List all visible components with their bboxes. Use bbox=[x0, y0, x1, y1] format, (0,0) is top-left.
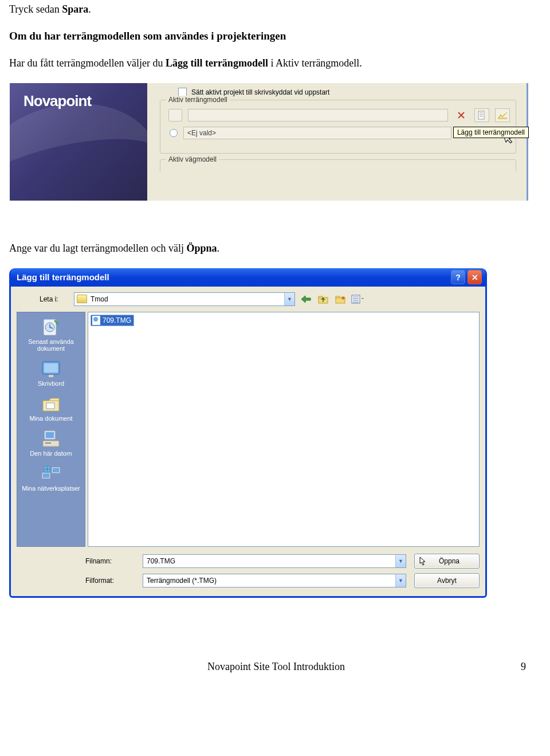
open-button[interactable]: Öppna bbox=[414, 554, 480, 569]
svg-rect-5 bbox=[336, 296, 340, 298]
text-bold: Spara bbox=[62, 3, 88, 15]
open-file-dialog: Lägg till terrängmodell ? ✕ Leta i: Tmod… bbox=[9, 268, 487, 598]
network-places-icon bbox=[41, 464, 61, 484]
novapoint-sidebar: Novapoint bbox=[10, 83, 147, 201]
page-number: 9 bbox=[521, 661, 526, 673]
place-recent[interactable]: Senast använda dokument bbox=[17, 315, 85, 357]
place-label: Mina dokument bbox=[29, 415, 72, 422]
fileformat-value: Terrängmodell (*.TMG) bbox=[147, 577, 217, 585]
place-label: Senast använda dokument bbox=[19, 338, 82, 352]
add-terrain-model-button[interactable] bbox=[495, 108, 510, 122]
fileformat-combo[interactable]: Terrängmodell (*.TMG) ▼ bbox=[143, 574, 406, 587]
place-label: Skrivbord bbox=[38, 380, 64, 387]
page-footer: Novapoint Site Tool Introduktion 9 bbox=[9, 661, 543, 673]
recent-documents-icon bbox=[41, 318, 61, 337]
tooltip-add-terrain: Lägg till terrängmodell bbox=[453, 127, 529, 138]
text: . bbox=[88, 3, 91, 15]
text: Ange var du lagt terrängmodellen och väl… bbox=[9, 242, 186, 254]
cancel-button-label: Avbryt bbox=[437, 577, 457, 585]
paragraph-open: Ange var du lagt terrängmodellen och väl… bbox=[9, 241, 543, 255]
terrain-not-selected-field[interactable]: <Ej vald> bbox=[183, 127, 451, 139]
svg-rect-11 bbox=[49, 375, 53, 377]
svg-rect-20 bbox=[53, 468, 59, 472]
cursor-icon bbox=[419, 557, 426, 566]
up-one-level-icon[interactable] bbox=[317, 293, 329, 305]
place-desktop[interactable]: Skrivbord bbox=[17, 357, 85, 391]
svg-rect-14 bbox=[46, 432, 54, 438]
heading-terrain-model: Om du har terrängmodellen som användes i… bbox=[9, 29, 543, 44]
paragraph-choose-add: Har du fått terrängmodellen väljer du Lä… bbox=[9, 56, 543, 70]
look-in-value: Tmod bbox=[91, 295, 281, 303]
svg-rect-1 bbox=[498, 117, 507, 119]
text: Har du fått terrängmodellen väljer du bbox=[9, 57, 166, 69]
list-item[interactable]: 709.TMG bbox=[91, 315, 134, 326]
group-title: Aktiv terrängmodell bbox=[166, 96, 230, 104]
my-documents-icon bbox=[41, 394, 61, 414]
terrain-model-field[interactable] bbox=[188, 109, 448, 122]
list-item-label: 709.TMG bbox=[103, 316, 131, 324]
place-mydocuments[interactable]: Mina dokument bbox=[17, 391, 85, 426]
view-menu-icon[interactable] bbox=[351, 293, 364, 305]
fileformat-label: Filformat: bbox=[85, 577, 143, 585]
chevron-down-icon[interactable]: ▼ bbox=[395, 574, 406, 587]
place-mycomputer[interactable]: Den här datorn bbox=[17, 426, 85, 461]
text-bold: Lägg till terrängmodell bbox=[166, 57, 268, 69]
look-in-label: Leta i: bbox=[40, 295, 69, 303]
chevron-down-icon[interactable]: ▼ bbox=[284, 293, 294, 305]
titlebar-help-button[interactable]: ? bbox=[451, 270, 465, 284]
terrain-not-selected-label: <Ej vald> bbox=[187, 129, 216, 137]
dialog-titlebar[interactable]: Lägg till terrängmodell ? ✕ bbox=[11, 268, 485, 287]
dialog-title: Lägg till terrängmodell bbox=[17, 272, 109, 282]
group-active-road-model: Aktiv vägmodell bbox=[160, 159, 516, 171]
back-icon[interactable] bbox=[300, 293, 312, 305]
folder-icon bbox=[77, 295, 87, 303]
chevron-down-icon[interactable]: ▼ bbox=[395, 555, 406, 567]
new-folder-icon[interactable] bbox=[334, 293, 347, 305]
filename-label: Filnamn: bbox=[85, 557, 143, 565]
svg-rect-12 bbox=[46, 403, 54, 409]
group2-title: Aktiv vägmodell bbox=[166, 155, 219, 163]
place-label: Den här datorn bbox=[30, 450, 72, 457]
open-button-label: Öppna bbox=[434, 557, 459, 565]
terrain-layers-icon bbox=[168, 109, 182, 122]
paragraph-press-save: Tryck sedan Spara. bbox=[9, 2, 543, 16]
svg-rect-3 bbox=[319, 296, 323, 298]
svg-rect-18 bbox=[43, 473, 49, 478]
filename-value: 709.TMG bbox=[147, 557, 175, 565]
place-network[interactable]: Mina nätverksplatser bbox=[17, 461, 85, 496]
look-in-combo[interactable]: Tmod ▼ bbox=[74, 292, 295, 306]
svg-rect-16 bbox=[45, 442, 51, 444]
cancel-button[interactable]: Avbryt bbox=[414, 573, 480, 588]
terrain-radio[interactable] bbox=[170, 129, 178, 137]
delete-icon[interactable] bbox=[454, 108, 469, 122]
my-computer-icon bbox=[41, 429, 61, 449]
file-icon[interactable] bbox=[474, 108, 489, 122]
text: Tryck sedan bbox=[9, 3, 62, 15]
places-bar: Senast använda dokument Skrivbord Mina d… bbox=[17, 312, 85, 547]
file-icon bbox=[92, 316, 100, 325]
desktop-icon bbox=[41, 359, 61, 379]
titlebar-close-button[interactable]: ✕ bbox=[467, 270, 482, 284]
filename-input[interactable]: 709.TMG ▼ bbox=[143, 554, 406, 568]
svg-rect-0 bbox=[478, 111, 484, 119]
text: . bbox=[217, 242, 219, 254]
footer-text: Novapoint Site Tool Introduktion bbox=[207, 661, 345, 672]
text: i Aktiv terrängmodell. bbox=[268, 57, 362, 69]
place-label: Mina nätverksplatser bbox=[22, 485, 80, 492]
screenshot-novapoint-panel: Novapoint Sätt aktivt projekt till skriv… bbox=[9, 83, 543, 201]
text-bold: Öppna bbox=[186, 242, 217, 254]
svg-rect-10 bbox=[44, 363, 58, 373]
set-readonly-label: Sätt aktivt projekt till skrivskyddat vi… bbox=[191, 88, 329, 96]
set-readonly-checkbox[interactable] bbox=[178, 88, 187, 96]
file-list[interactable]: 709.TMG bbox=[88, 312, 480, 547]
